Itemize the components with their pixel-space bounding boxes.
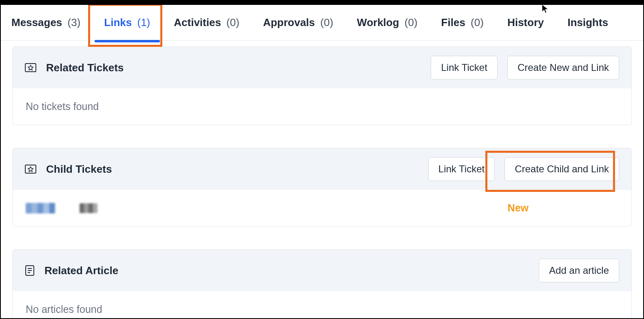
ticket-icon bbox=[25, 164, 36, 174]
tab-label: Worklog bbox=[357, 16, 399, 29]
tab-insights[interactable]: Insights bbox=[567, 14, 608, 31]
create-new-and-link-button[interactable]: Create New and Link bbox=[507, 56, 619, 79]
tab-count: (0) bbox=[471, 16, 484, 29]
tab-label: Files bbox=[441, 16, 465, 29]
tab-count: (0) bbox=[405, 16, 418, 29]
article-icon bbox=[25, 265, 35, 276]
tab-count: (0) bbox=[320, 16, 333, 29]
content-area: Related Tickets Link Ticket Create New a… bbox=[1, 46, 643, 319]
tab-bar: Messages (3) Links (1) Activities (0) Ap… bbox=[1, 5, 643, 41]
panel-title: Related Tickets bbox=[46, 62, 421, 74]
ticket-icon bbox=[25, 63, 36, 73]
panel-body: No tickets found bbox=[13, 88, 631, 125]
tab-count: (0) bbox=[226, 16, 239, 29]
link-ticket-button[interactable]: Link Ticket bbox=[428, 157, 495, 181]
ticket-title-redacted bbox=[80, 203, 97, 213]
panel-header: Child Tickets Link Ticket Create Child a… bbox=[13, 148, 631, 190]
tab-approvals[interactable]: Approvals (0) bbox=[263, 14, 333, 31]
tab-files[interactable]: Files (0) bbox=[441, 14, 484, 31]
panel-related-tickets: Related Tickets Link Ticket Create New a… bbox=[12, 46, 632, 125]
link-ticket-button[interactable]: Link Ticket bbox=[431, 56, 497, 79]
tab-label: Insights bbox=[567, 16, 608, 29]
tab-worklog[interactable]: Worklog (0) bbox=[357, 14, 418, 31]
ticket-status: New bbox=[508, 202, 529, 214]
tab-label: Activities bbox=[174, 16, 221, 29]
tab-label: History bbox=[507, 16, 544, 29]
empty-state-text: No tickets found bbox=[26, 101, 618, 112]
panel-related-article: Related Article Add an article No articl… bbox=[12, 249, 632, 319]
empty-state-text: No articles found bbox=[26, 304, 618, 315]
tab-activities[interactable]: Activities (0) bbox=[174, 14, 239, 31]
tab-label: Messages bbox=[11, 16, 62, 29]
panel-child-tickets: Child Tickets Link Ticket Create Child a… bbox=[12, 148, 632, 227]
tab-label: Approvals bbox=[263, 16, 315, 29]
panel-header: Related Tickets Link Ticket Create New a… bbox=[13, 47, 631, 88]
panel-header: Related Article Add an article bbox=[13, 250, 631, 291]
add-article-button[interactable]: Add an article bbox=[539, 259, 619, 282]
tab-messages[interactable]: Messages (3) bbox=[11, 14, 80, 31]
panel-title: Child Tickets bbox=[46, 163, 418, 176]
create-child-and-link-button[interactable]: Create Child and Link bbox=[505, 157, 619, 181]
tab-count: (1) bbox=[137, 16, 150, 29]
ticket-id-redacted bbox=[26, 203, 55, 213]
tab-links[interactable]: Links (1) bbox=[104, 14, 150, 31]
child-ticket-row[interactable]: New bbox=[13, 190, 631, 226]
tab-history[interactable]: History bbox=[507, 14, 544, 31]
tab-label: Links bbox=[104, 16, 132, 29]
tab-count: (3) bbox=[68, 16, 81, 29]
panel-body: No articles found bbox=[13, 291, 631, 319]
panel-title: Related Article bbox=[44, 264, 529, 277]
